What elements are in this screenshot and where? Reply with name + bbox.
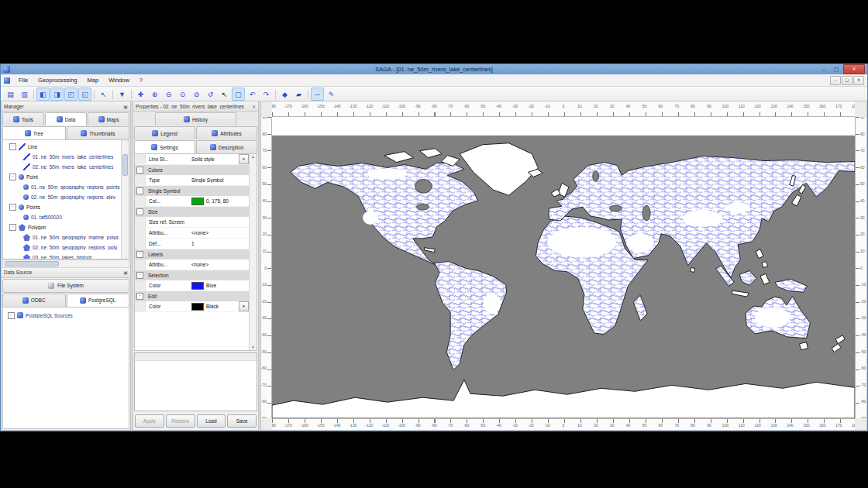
- tree-item[interactable]: 02. ne_50m_geography_regions_poly: [3, 242, 121, 253]
- tree-horizontal-scrollbar[interactable]: [2, 259, 129, 268]
- section-toggle[interactable]: -: [136, 187, 143, 194]
- menu-geoprocessing[interactable]: Geoprocessing: [33, 76, 81, 84]
- show-properties-icon[interactable]: ◨: [50, 88, 64, 101]
- dropdown-arrow-icon[interactable]: ▾: [239, 301, 249, 311]
- label-attribute-row[interactable]: Attribu... <none>: [135, 259, 250, 270]
- close-button[interactable]: ✕: [843, 64, 865, 74]
- edit-color-row[interactable]: Color Black ▾: [135, 301, 250, 312]
- zoom-out-icon[interactable]: ⊖: [162, 88, 175, 101]
- green-color-swatch[interactable]: [191, 198, 204, 205]
- selection-mode-icon[interactable]: ▢: [232, 88, 245, 101]
- collapse-toggle[interactable]: -: [9, 224, 16, 231]
- selection-color-row[interactable]: Color Blue: [135, 280, 250, 291]
- tab-odbc[interactable]: ODBC: [2, 294, 66, 307]
- tab-history[interactable]: History: [155, 112, 236, 125]
- cursor-arrow-icon[interactable]: ↖: [97, 88, 110, 101]
- zoom-in-icon[interactable]: ⊕: [148, 88, 161, 101]
- tab-attributes[interactable]: Attributes: [196, 126, 257, 139]
- minimize-button[interactable]: –: [818, 67, 829, 72]
- section-toggle[interactable]: -: [136, 251, 143, 258]
- synchronize-icon[interactable]: ↺: [204, 88, 217, 101]
- type-row[interactable]: Type Single Symbol: [135, 175, 250, 186]
- tree-group-line[interactable]: - Line: [3, 142, 121, 152]
- show-messages-icon[interactable]: ◰: [64, 88, 78, 101]
- size-ref-row[interactable]: Size ref. Screen: [135, 217, 250, 228]
- child-restore-button[interactable]: ▢: [842, 76, 852, 85]
- section-labels[interactable]: - Labels: [135, 249, 250, 259]
- restore-button[interactable]: Restore: [166, 414, 195, 428]
- tab-data[interactable]: Data: [45, 112, 87, 125]
- collapse-toggle[interactable]: -: [9, 174, 16, 180]
- tab-legend[interactable]: Legend: [134, 126, 195, 139]
- tab-description[interactable]: Description: [196, 140, 257, 153]
- pin-icon[interactable]: ▣: [123, 104, 128, 109]
- tree-item[interactable]: 01. taf500020: [3, 212, 121, 222]
- zoom-last-icon[interactable]: ⊘: [190, 88, 203, 101]
- section-colors[interactable]: - Colors: [135, 165, 250, 175]
- tree-group-point[interactable]: - Point: [3, 172, 121, 182]
- line-style-row[interactable]: Line St... Solid style ▾: [135, 154, 250, 165]
- info-flag-icon[interactable]: ▼: [115, 88, 129, 101]
- section-toggle[interactable]: -: [136, 293, 143, 300]
- apply-button[interactable]: Apply: [135, 414, 164, 428]
- collapse-toggle[interactable]: -: [9, 204, 16, 211]
- child-close-button[interactable]: ✕: [853, 76, 864, 85]
- close-icon[interactable]: ✕: [252, 104, 256, 109]
- measure-distance-icon[interactable]: ─: [311, 88, 324, 101]
- size-default-row[interactable]: Def... 1: [135, 239, 250, 249]
- open-icon[interactable]: ▤: [4, 88, 17, 101]
- collapse-toggle[interactable]: -: [9, 143, 16, 150]
- undo-icon[interactable]: ↶: [246, 88, 259, 101]
- maximize-button[interactable]: ▢: [831, 67, 842, 73]
- save-map-image-icon[interactable]: ▰: [292, 88, 305, 101]
- show-data-source-icon[interactable]: ◱: [78, 88, 91, 101]
- black-color-swatch[interactable]: [191, 303, 204, 311]
- redo-icon[interactable]: ↷: [260, 88, 273, 101]
- tree-item[interactable]: 02. ne_50m_geography_regions_elev: [3, 192, 121, 202]
- dropdown-arrow-icon[interactable]: ▾: [239, 154, 249, 164]
- child-minimize-button[interactable]: –: [830, 76, 841, 85]
- tab-postgresql[interactable]: PostgreSQL: [67, 294, 130, 307]
- tab-tree[interactable]: Tree: [2, 126, 66, 139]
- scroll-up-icon[interactable]: ▲: [250, 155, 257, 159]
- select-tool-icon[interactable]: ↖: [218, 88, 231, 101]
- map-3d-view-icon[interactable]: ◆: [278, 88, 291, 101]
- move-map-icon[interactable]: ✚: [134, 88, 147, 101]
- tab-thumbnails[interactable]: Thumbnails: [67, 126, 130, 139]
- blue-color-swatch[interactable]: [191, 282, 204, 290]
- tree-item[interactable]: 01. ne_50m_rivers_lake_centerlines: [3, 152, 121, 162]
- save-icon[interactable]: ▥: [18, 88, 31, 101]
- section-size[interactable]: - Size: [135, 207, 250, 217]
- collapse-toggle[interactable]: -: [8, 312, 15, 319]
- menu-window[interactable]: Window: [104, 76, 134, 84]
- map-canvas[interactable]: [272, 117, 855, 418]
- tree-group-polygon[interactable]: - Polygon: [3, 222, 121, 232]
- symbol-color-row[interactable]: Col... 0, 175, 80: [135, 196, 250, 207]
- tree-item[interactable]: 02. ne_50m_rivers_lake_centerlines: [3, 162, 121, 172]
- tree-vertical-scrollbar[interactable]: [121, 140, 129, 259]
- settings-scrollbar[interactable]: ▲ ▼: [249, 154, 257, 350]
- menu-help[interactable]: ?: [135, 76, 147, 84]
- tree-group-points[interactable]: - Points: [3, 202, 121, 212]
- section-edit[interactable]: - Edit: [135, 291, 250, 301]
- scroll-down-icon[interactable]: ▼: [250, 345, 257, 349]
- show-manager-icon[interactable]: ◧: [36, 88, 50, 101]
- tab-tools[interactable]: Tools: [2, 112, 44, 125]
- zoom-full-extent-icon[interactable]: ⊙: [176, 88, 189, 101]
- menu-file[interactable]: File: [14, 76, 33, 84]
- section-toggle[interactable]: -: [136, 272, 143, 279]
- section-single-symbol[interactable]: - Single Symbol: [135, 186, 250, 196]
- tree-item[interactable]: 01. ne_50m_geography_marine_polys: [3, 232, 121, 242]
- tab-settings[interactable]: Settings: [134, 140, 195, 153]
- section-selection[interactable]: - Selection: [135, 270, 250, 280]
- size-attribute-row[interactable]: Attribu... <none>: [135, 228, 250, 239]
- postgresql-sources-item[interactable]: - PostgreSQL Sources: [3, 311, 129, 321]
- tab-maps[interactable]: Maps: [88, 112, 129, 125]
- edit-shape-icon[interactable]: ✎: [325, 88, 338, 101]
- load-button[interactable]: Load: [197, 414, 226, 428]
- tree-item[interactable]: 01. ne_50m_geography_regions_points: [3, 182, 121, 192]
- tree-item[interactable]: 03. ne_50m_lakes_historic: [3, 253, 121, 259]
- section-toggle[interactable]: -: [136, 208, 143, 215]
- tab-file-system[interactable]: File System: [2, 279, 129, 293]
- save-button[interactable]: Save: [227, 414, 257, 428]
